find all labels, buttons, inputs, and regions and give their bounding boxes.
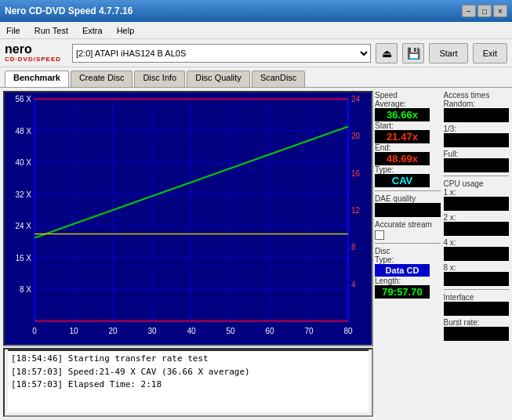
tab-scan-disc[interactable]: ScanDisc bbox=[252, 71, 305, 87]
dae-value-box bbox=[375, 203, 441, 217]
title-bar: Nero CD-DVD Speed 4.7.7.16 − □ × bbox=[0, 0, 512, 22]
menu-extra[interactable]: Extra bbox=[79, 25, 106, 36]
window-controls[interactable]: − □ × bbox=[462, 5, 507, 17]
toolbar: nero CD·DVD/SPEED [2:0] ATAPI iHAS124 B … bbox=[0, 39, 512, 67]
start-button[interactable]: Start bbox=[429, 43, 467, 63]
menu-help[interactable]: Help bbox=[114, 25, 138, 36]
minimize-button[interactable]: − bbox=[462, 5, 476, 17]
menu-file[interactable]: File bbox=[3, 25, 24, 36]
cpu-4x-label: 4 x: bbox=[444, 238, 510, 247]
type-value: CAV bbox=[375, 174, 430, 187]
disc-stat: Disc Type: Data CD Length: 79:57.70 bbox=[375, 247, 441, 299]
tab-create-disc[interactable]: Create Disc bbox=[71, 71, 133, 87]
accurate-checkbox[interactable] bbox=[375, 230, 384, 240]
accurate-stat: Accurate stream bbox=[375, 220, 441, 240]
tab-disc-quality[interactable]: Disc Quality bbox=[187, 71, 250, 87]
access-stat: Access times Random: 1/3: Full: bbox=[444, 91, 510, 172]
cpu-8x-box bbox=[444, 272, 510, 286]
logo-nero: nero bbox=[5, 43, 61, 56]
window-title: Nero CD-DVD Speed 4.7.7.16 bbox=[5, 5, 133, 16]
random-value-box bbox=[444, 108, 510, 122]
speed-label: Speed bbox=[375, 91, 441, 100]
main-content: [18:54:46] Starting transfer rate test [… bbox=[0, 88, 512, 420]
log-area[interactable]: [18:54:46] Starting transfer rate test [… bbox=[8, 349, 369, 412]
stats-columns: Speed Average: 36.66x Start: 21.47x End:… bbox=[375, 91, 509, 417]
cpu-label: CPU usage bbox=[444, 179, 510, 188]
start-value: 21.47x bbox=[375, 130, 430, 143]
menu-bar: File Run Test Extra Help bbox=[0, 22, 512, 39]
cpu-1x-label: 1 x: bbox=[444, 188, 510, 197]
cpu-2x-label: 2 x: bbox=[444, 213, 510, 222]
dae-label: DAE quality bbox=[375, 194, 441, 203]
close-button[interactable]: × bbox=[493, 5, 507, 17]
end-value: 48.69x bbox=[375, 152, 430, 165]
one-third-value-box bbox=[444, 133, 510, 147]
speed-chart bbox=[5, 92, 372, 345]
full-value-box bbox=[444, 158, 510, 172]
cpu-2x-box bbox=[444, 222, 510, 236]
disc-length-value: 79:57.70 bbox=[375, 285, 430, 299]
cpu-stat: CPU usage 1 x: 2 x: 4 x: 8 x: bbox=[444, 179, 510, 286]
end-label: End: bbox=[375, 143, 441, 152]
maximize-button[interactable]: □ bbox=[478, 5, 492, 17]
access-label: Access times bbox=[444, 91, 510, 100]
left-stats-col: Speed Average: 36.66x Start: 21.47x End:… bbox=[375, 91, 441, 417]
drive-select[interactable]: [2:0] ATAPI iHAS124 B AL0S bbox=[72, 44, 371, 63]
dae-stat: DAE quality bbox=[375, 194, 441, 217]
tab-disc-info[interactable]: Disc Info bbox=[134, 71, 185, 87]
tab-bar: Benchmark Create Disc Disc Info Disc Qua… bbox=[0, 67, 512, 88]
log-entry-2: [18:57:03] Elapsed Time: 2:18 bbox=[11, 378, 365, 392]
burst-value-box bbox=[444, 327, 510, 341]
exit-button[interactable]: Exit bbox=[473, 43, 507, 63]
average-label: Average: bbox=[375, 100, 441, 108]
logo: nero CD·DVD/SPEED bbox=[5, 43, 61, 63]
disc-type-value: Data CD bbox=[375, 264, 430, 277]
disc-type-label: Type: bbox=[375, 255, 441, 264]
chart-container bbox=[3, 91, 373, 346]
average-value: 36.66x bbox=[375, 108, 430, 121]
cpu-1x-box bbox=[444, 197, 510, 211]
disc-label: Disc bbox=[375, 247, 441, 255]
menu-run-test[interactable]: Run Test bbox=[31, 25, 71, 36]
log-entry-0: [18:54:46] Starting transfer rate test bbox=[11, 353, 365, 366]
log-container: [18:54:46] Starting transfer rate test [… bbox=[3, 348, 373, 417]
save-button[interactable]: 💾 bbox=[402, 43, 424, 63]
logo-sub: CD·DVD/SPEED bbox=[5, 56, 61, 63]
accurate-checkbox-row bbox=[375, 230, 441, 240]
right-panel: Speed Average: 36.66x Start: 21.47x End:… bbox=[375, 88, 512, 420]
interface-label: Interface bbox=[444, 293, 510, 302]
speed-stat: Speed Average: 36.66x Start: 21.47x End:… bbox=[375, 91, 441, 187]
interface-stat: Interface Burst rate: bbox=[444, 293, 510, 341]
burst-label: Burst rate: bbox=[444, 318, 510, 327]
start-label: Start: bbox=[375, 121, 441, 130]
eject-button[interactable]: ⏏ bbox=[376, 43, 398, 63]
interface-value-box bbox=[444, 302, 510, 316]
type-label: Type: bbox=[375, 165, 441, 174]
cpu-8x-label: 8 x: bbox=[444, 263, 510, 272]
log-entry-1: [18:57:03] Speed:21-49 X CAV (36.66 X av… bbox=[11, 366, 365, 379]
tab-benchmark[interactable]: Benchmark bbox=[5, 71, 69, 87]
cpu-4x-box bbox=[444, 247, 510, 261]
accurate-label: Accurate stream bbox=[375, 220, 441, 229]
random-label: Random: bbox=[444, 100, 510, 108]
right-stats-col: Access times Random: 1/3: Full: CPU usag… bbox=[444, 91, 510, 417]
one-third-label: 1/3: bbox=[444, 125, 510, 133]
disc-length-label: Length: bbox=[375, 277, 441, 285]
full-label: Full: bbox=[444, 150, 510, 158]
